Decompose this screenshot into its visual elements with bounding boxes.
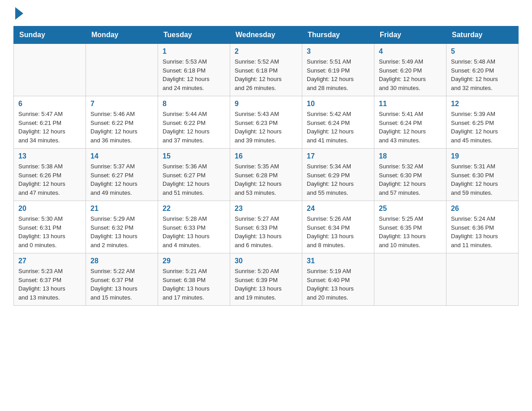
calendar-cell: 27Sunrise: 5:23 AM Sunset: 6:37 PM Dayli… (14, 253, 86, 306)
calendar-week-row: 20Sunrise: 5:30 AM Sunset: 6:31 PM Dayli… (14, 201, 519, 253)
day-number: 12 (451, 100, 514, 108)
day-info: Sunrise: 5:34 AM Sunset: 6:29 PM Dayligh… (307, 162, 369, 197)
calendar-cell: 31Sunrise: 5:19 AM Sunset: 6:40 PM Dayli… (302, 253, 374, 306)
day-number: 2 (235, 47, 297, 56)
day-number: 7 (90, 100, 153, 108)
calendar-cell: 21Sunrise: 5:29 AM Sunset: 6:32 PM Dayli… (86, 201, 158, 253)
calendar-cell: 4Sunrise: 5:49 AM Sunset: 6:20 PM Daylig… (374, 44, 446, 96)
calendar-week-row: 1Sunrise: 5:53 AM Sunset: 6:18 PM Daylig… (14, 44, 519, 96)
day-info: Sunrise: 5:39 AM Sunset: 6:25 PM Dayligh… (451, 110, 514, 145)
day-number: 23 (235, 205, 297, 213)
day-number: 17 (307, 152, 369, 160)
calendar-cell: 29Sunrise: 5:21 AM Sunset: 6:38 PM Dayli… (158, 253, 230, 306)
calendar-cell: 30Sunrise: 5:20 AM Sunset: 6:39 PM Dayli… (230, 253, 302, 306)
day-number: 11 (379, 100, 442, 108)
day-info: Sunrise: 5:28 AM Sunset: 6:33 PM Dayligh… (163, 214, 225, 249)
day-number: 16 (235, 152, 297, 160)
calendar-table: SundayMondayTuesdayWednesdayThursdayFrid… (13, 26, 519, 306)
day-number: 3 (307, 47, 369, 56)
weekday-header-friday: Friday (374, 26, 446, 44)
calendar-cell: 3Sunrise: 5:51 AM Sunset: 6:19 PM Daylig… (302, 44, 374, 96)
day-info: Sunrise: 5:29 AM Sunset: 6:32 PM Dayligh… (90, 214, 153, 249)
calendar-cell: 22Sunrise: 5:28 AM Sunset: 6:33 PM Dayli… (158, 201, 230, 253)
calendar-cell: 17Sunrise: 5:34 AM Sunset: 6:29 PM Dayli… (302, 149, 374, 201)
day-info: Sunrise: 5:26 AM Sunset: 6:34 PM Dayligh… (307, 214, 369, 249)
calendar-cell: 2Sunrise: 5:52 AM Sunset: 6:18 PM Daylig… (230, 44, 302, 96)
day-info: Sunrise: 5:52 AM Sunset: 6:18 PM Dayligh… (235, 57, 297, 92)
day-info: Sunrise: 5:19 AM Sunset: 6:40 PM Dayligh… (307, 267, 369, 302)
day-info: Sunrise: 5:32 AM Sunset: 6:30 PM Dayligh… (379, 162, 442, 197)
day-number: 28 (90, 257, 153, 265)
day-info: Sunrise: 5:35 AM Sunset: 6:28 PM Dayligh… (235, 162, 297, 197)
day-info: Sunrise: 5:36 AM Sunset: 6:27 PM Dayligh… (163, 162, 225, 197)
day-info: Sunrise: 5:41 AM Sunset: 6:24 PM Dayligh… (379, 110, 442, 145)
calendar-cell: 26Sunrise: 5:24 AM Sunset: 6:36 PM Dayli… (446, 201, 519, 253)
day-number: 5 (451, 47, 514, 56)
calendar-cell (14, 44, 86, 96)
day-info: Sunrise: 5:25 AM Sunset: 6:35 PM Dayligh… (379, 214, 442, 249)
day-info: Sunrise: 5:53 AM Sunset: 6:18 PM Dayligh… (163, 57, 225, 92)
day-info: Sunrise: 5:48 AM Sunset: 6:20 PM Dayligh… (451, 57, 514, 92)
day-number: 27 (18, 257, 81, 265)
day-info: Sunrise: 5:38 AM Sunset: 6:26 PM Dayligh… (18, 162, 81, 197)
day-info: Sunrise: 5:43 AM Sunset: 6:23 PM Dayligh… (235, 110, 297, 145)
weekday-header-wednesday: Wednesday (230, 26, 302, 44)
day-number: 15 (163, 152, 225, 160)
calendar-cell (374, 253, 446, 306)
weekday-header-thursday: Thursday (302, 26, 374, 44)
day-info: Sunrise: 5:21 AM Sunset: 6:38 PM Dayligh… (163, 267, 225, 302)
day-info: Sunrise: 5:24 AM Sunset: 6:36 PM Dayligh… (451, 214, 514, 249)
day-number: 1 (163, 47, 225, 56)
calendar-week-row: 6Sunrise: 5:47 AM Sunset: 6:21 PM Daylig… (14, 96, 519, 149)
calendar-cell: 14Sunrise: 5:37 AM Sunset: 6:27 PM Dayli… (86, 149, 158, 201)
calendar-cell: 9Sunrise: 5:43 AM Sunset: 6:23 PM Daylig… (230, 96, 302, 149)
calendar-cell: 24Sunrise: 5:26 AM Sunset: 6:34 PM Dayli… (302, 201, 374, 253)
calendar-cell: 15Sunrise: 5:36 AM Sunset: 6:27 PM Dayli… (158, 149, 230, 201)
day-info: Sunrise: 5:20 AM Sunset: 6:39 PM Dayligh… (235, 267, 297, 302)
logo-arrow-icon (15, 7, 23, 20)
day-number: 4 (379, 47, 442, 56)
day-number: 19 (451, 152, 514, 160)
calendar-cell: 13Sunrise: 5:38 AM Sunset: 6:26 PM Dayli… (14, 149, 86, 201)
calendar-cell: 1Sunrise: 5:53 AM Sunset: 6:18 PM Daylig… (158, 44, 230, 96)
weekday-header-tuesday: Tuesday (158, 26, 230, 44)
calendar-cell: 28Sunrise: 5:22 AM Sunset: 6:37 PM Dayli… (86, 253, 158, 306)
day-number: 29 (163, 257, 225, 265)
day-info: Sunrise: 5:23 AM Sunset: 6:37 PM Dayligh… (18, 267, 81, 302)
day-number: 21 (90, 205, 153, 213)
calendar-cell: 11Sunrise: 5:41 AM Sunset: 6:24 PM Dayli… (374, 96, 446, 149)
calendar-cell: 6Sunrise: 5:47 AM Sunset: 6:21 PM Daylig… (14, 96, 86, 149)
calendar-cell: 16Sunrise: 5:35 AM Sunset: 6:28 PM Dayli… (230, 149, 302, 201)
weekday-header-row: SundayMondayTuesdayWednesdayThursdayFrid… (14, 26, 519, 44)
day-info: Sunrise: 5:46 AM Sunset: 6:22 PM Dayligh… (90, 110, 153, 145)
calendar-cell: 5Sunrise: 5:48 AM Sunset: 6:20 PM Daylig… (446, 44, 519, 96)
day-number: 24 (307, 205, 369, 213)
day-number: 13 (18, 152, 81, 160)
day-info: Sunrise: 5:30 AM Sunset: 6:31 PM Dayligh… (18, 214, 81, 249)
calendar-cell: 10Sunrise: 5:42 AM Sunset: 6:24 PM Dayli… (302, 96, 374, 149)
day-info: Sunrise: 5:37 AM Sunset: 6:27 PM Dayligh… (90, 162, 153, 197)
weekday-header-sunday: Sunday (14, 26, 86, 44)
calendar-cell: 12Sunrise: 5:39 AM Sunset: 6:25 PM Dayli… (446, 96, 519, 149)
calendar-cell (446, 253, 519, 306)
logo (13, 13, 23, 21)
calendar-cell: 23Sunrise: 5:27 AM Sunset: 6:33 PM Dayli… (230, 201, 302, 253)
day-info: Sunrise: 5:44 AM Sunset: 6:22 PM Dayligh… (163, 110, 225, 145)
day-info: Sunrise: 5:27 AM Sunset: 6:33 PM Dayligh… (235, 214, 297, 249)
weekday-header-saturday: Saturday (446, 26, 519, 44)
day-number: 20 (18, 205, 81, 213)
day-info: Sunrise: 5:42 AM Sunset: 6:24 PM Dayligh… (307, 110, 369, 145)
day-number: 25 (379, 205, 442, 213)
calendar-cell: 7Sunrise: 5:46 AM Sunset: 6:22 PM Daylig… (86, 96, 158, 149)
day-number: 9 (235, 100, 297, 108)
day-info: Sunrise: 5:22 AM Sunset: 6:37 PM Dayligh… (90, 267, 153, 302)
day-number: 30 (235, 257, 297, 265)
calendar-cell: 18Sunrise: 5:32 AM Sunset: 6:30 PM Dayli… (374, 149, 446, 201)
day-info: Sunrise: 5:49 AM Sunset: 6:20 PM Dayligh… (379, 57, 442, 92)
calendar-cell: 20Sunrise: 5:30 AM Sunset: 6:31 PM Dayli… (14, 201, 86, 253)
page-header (13, 9, 519, 21)
day-info: Sunrise: 5:47 AM Sunset: 6:21 PM Dayligh… (18, 110, 81, 145)
weekday-header-monday: Monday (86, 26, 158, 44)
day-number: 14 (90, 152, 153, 160)
calendar-cell: 25Sunrise: 5:25 AM Sunset: 6:35 PM Dayli… (374, 201, 446, 253)
